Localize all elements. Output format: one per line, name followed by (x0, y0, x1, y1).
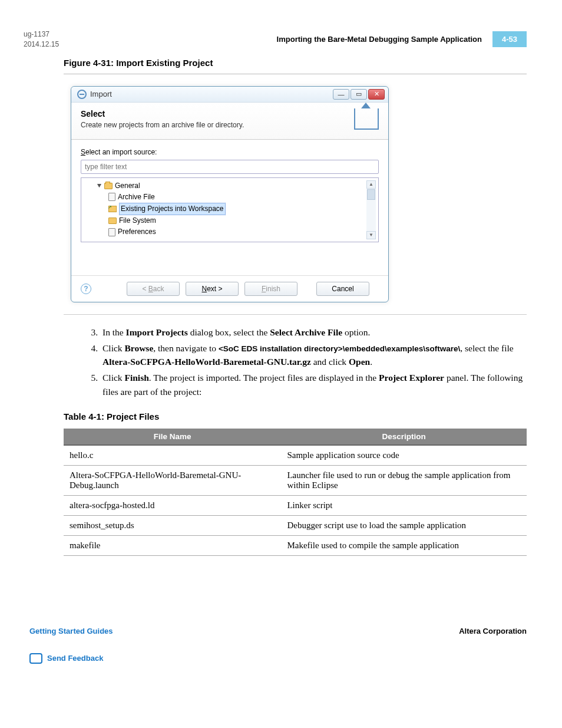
instructions: In the Import Projects dialog box, selec… (64, 325, 527, 556)
minimize-button[interactable]: — (333, 89, 349, 100)
table-row: altera-socfpga-hosted.ld Linker script (64, 495, 527, 515)
import-dialog: Import — ▭ ✕ Select Create new projects … (71, 86, 389, 302)
send-feedback-link[interactable]: Send Feedback (29, 653, 562, 664)
back-button[interactable]: < Back (127, 282, 180, 296)
table-row: hello.c Sample application source code (64, 445, 527, 466)
footer-corp: Altera Corporation (459, 627, 527, 635)
divider (64, 74, 527, 74)
tree-item-label: Archive File (118, 192, 155, 203)
tree-node-label: General (115, 180, 140, 192)
filter-input[interactable] (81, 160, 379, 174)
step-list: In the Import Projects dialog box, selec… (100, 325, 527, 398)
tree-item-archive-file[interactable]: Archive File (86, 192, 226, 203)
folder-icon (108, 218, 117, 224)
footer-link-guides[interactable]: Getting Started Guides (29, 627, 113, 635)
scroll-thumb[interactable] (367, 189, 375, 200)
doc-meta: ug-1137 2014.12.15 (24, 29, 59, 50)
project-import-icon (108, 206, 117, 212)
expander-icon[interactable] (97, 183, 102, 189)
import-icon (354, 108, 379, 130)
file-icon (108, 193, 115, 201)
page-number: 4-53 (492, 31, 527, 47)
doc-date: 2014.12.15 (24, 39, 59, 50)
source-label: Select an import source: (81, 148, 379, 156)
window-title: Import (90, 90, 333, 98)
import-source-tree[interactable]: General Archive File Existing Projects i… (84, 180, 226, 239)
tree-item-label: Preferences (118, 226, 156, 238)
tree-item-preferences[interactable]: Preferences (86, 226, 226, 238)
feedback-icon (29, 653, 42, 664)
dialog-footer: ? < Back Next > Finish Cancel (71, 275, 388, 302)
table-caption: Table 4-1: Project Files (64, 411, 527, 421)
table-row: makefile Makefile used to compile the sa… (64, 535, 527, 555)
page-header: ug-1137 2014.12.15 Importing the Bare-Me… (0, 0, 562, 55)
step-3: In the Import Projects dialog box, selec… (100, 325, 527, 339)
scroll-up-icon[interactable]: ▲ (366, 180, 376, 189)
dialog-header: Select Create new projects from an archi… (71, 103, 388, 140)
scroll-down-icon[interactable]: ▼ (366, 231, 376, 239)
folder-open-icon (104, 183, 113, 189)
maximize-button[interactable]: ▭ (351, 89, 367, 100)
preferences-icon (108, 228, 115, 236)
divider (64, 314, 527, 315)
tree-node-general[interactable]: General (86, 180, 226, 192)
tree-item-file-system[interactable]: File System (86, 215, 226, 226)
close-button[interactable]: ✕ (368, 89, 385, 100)
table-row: Altera-SoCFPGA-HelloWorld-Baremetal-GNU-… (64, 465, 527, 495)
table-row: semihost_setup.ds Debugger script use to… (64, 515, 527, 535)
dialog-subheading: Create new projects from an archive file… (81, 121, 244, 129)
tree-item-existing-projects[interactable]: Existing Projects into Workspace (86, 203, 226, 215)
tree-item-label: File System (119, 215, 156, 226)
page-footer: Getting Started Guides Altera Corporatio… (29, 627, 527, 635)
scroll-track[interactable] (366, 189, 376, 231)
section-title: Importing the Bare-Metal Debugging Sampl… (277, 35, 482, 44)
doc-id: ug-1137 (24, 29, 59, 39)
tree-panel: General Archive File Existing Projects i… (81, 177, 379, 242)
step-4: Click Browse, then navigate to <SoC EDS … (100, 341, 527, 369)
scrollbar[interactable]: ▲ ▼ (366, 180, 376, 239)
col-description: Description (281, 429, 527, 445)
cancel-button[interactable]: Cancel (316, 282, 369, 296)
svg-marker-0 (97, 184, 101, 187)
table-header-row: File Name Description (64, 429, 527, 445)
import-wizard-icon (77, 90, 87, 99)
project-files-table: File Name Description hello.c Sample app… (64, 429, 527, 556)
step-5: Click Finish. The project is imported. T… (100, 371, 527, 398)
figure-caption: Figure 4-31: Import Existing Project (64, 58, 562, 68)
window-controls: — ▭ ✕ (333, 89, 385, 100)
finish-button[interactable]: Finish (244, 282, 297, 296)
col-file-name: File Name (64, 429, 281, 445)
dialog-body: Select an import source: General Archive… (71, 140, 388, 246)
feedback-label: Send Feedback (47, 654, 103, 663)
next-button[interactable]: Next > (186, 282, 239, 296)
titlebar[interactable]: Import — ▭ ✕ (71, 87, 388, 103)
tree-item-label: Existing Projects into Workspace (119, 203, 226, 215)
dialog-heading: Select (81, 109, 244, 118)
help-icon[interactable]: ? (81, 284, 91, 294)
header-right: Importing the Bare-Metal Debugging Sampl… (277, 31, 527, 47)
